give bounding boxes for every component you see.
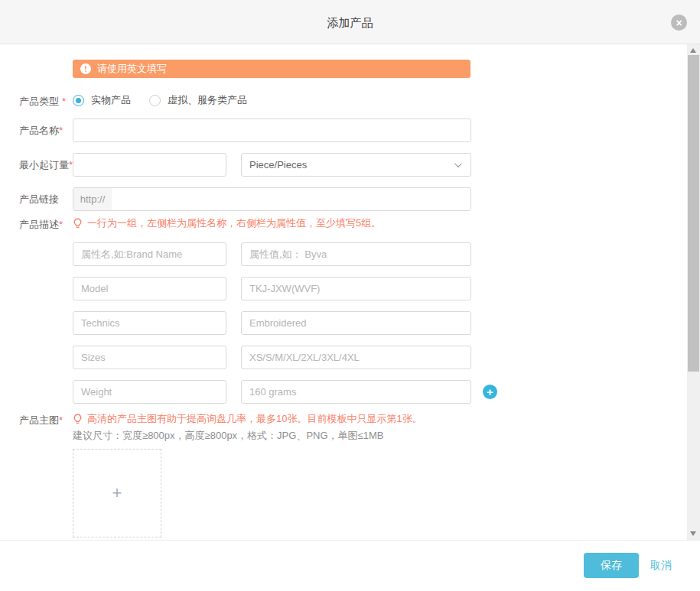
attr-name-input-4[interactable] bbox=[73, 346, 226, 369]
attr-name-input-5[interactable] bbox=[73, 380, 226, 404]
dialog-body: ! 请使用英文填写 产品类型* 实物产品 虚拟、服务类产品 产品名称* 最小起订… bbox=[0, 44, 700, 540]
save-button[interactable]: 保存 bbox=[584, 553, 639, 578]
product-link-label: 产品链接 bbox=[19, 193, 59, 206]
required-mark: * bbox=[62, 96, 66, 107]
cancel-button[interactable]: 取消 bbox=[650, 553, 672, 578]
product-link-input[interactable] bbox=[112, 188, 470, 210]
bulb-icon bbox=[73, 414, 83, 425]
add-product-dialog: 添加产品 × ! 请使用英文填写 产品类型* 实物产品 虚拟、服务类产品 bbox=[0, 0, 700, 591]
moq-unit-select[interactable]: Piece/Pieces bbox=[241, 153, 471, 177]
radio-label: 虚拟、服务类产品 bbox=[168, 93, 247, 107]
radio-virtual-product[interactable]: 虚拟、服务类产品 bbox=[149, 93, 247, 107]
description-label: 产品描述* bbox=[19, 218, 63, 232]
radio-label: 实物产品 bbox=[91, 93, 131, 107]
product-link-field: http:// bbox=[73, 187, 471, 211]
moq-unit-value: Piece/Pieces bbox=[249, 159, 307, 170]
main-image-hint: 高清的产品主图有助于提高询盘几率，最多10张。目前模板中只显示第1张。 bbox=[73, 412, 422, 426]
main-image-label: 产品主图* bbox=[19, 414, 63, 427]
scrollbar-thumb[interactable] bbox=[688, 55, 699, 372]
scroll-up-arrow-icon[interactable] bbox=[690, 48, 696, 53]
required-mark: * bbox=[59, 219, 63, 230]
upload-plus-icon: + bbox=[112, 483, 122, 503]
dialog-footer: 保存 取消 bbox=[0, 540, 700, 591]
url-prefix: http:// bbox=[73, 188, 112, 210]
attr-value-input-5[interactable] bbox=[241, 380, 471, 404]
dialog-header: 添加产品 × bbox=[0, 0, 700, 44]
radio-physical-product[interactable]: 实物产品 bbox=[73, 93, 131, 107]
scrollbar[interactable] bbox=[687, 44, 700, 540]
required-mark: * bbox=[59, 125, 63, 136]
attr-name-input-2[interactable] bbox=[73, 277, 226, 300]
attr-value-input-1[interactable] bbox=[241, 242, 471, 266]
english-only-banner: ! 请使用英文填写 bbox=[73, 60, 470, 78]
moq-label: 最小起订量* bbox=[19, 158, 73, 172]
product-type-label: 产品类型* bbox=[19, 95, 66, 109]
attr-value-input-4[interactable] bbox=[241, 346, 471, 369]
chevron-down-icon bbox=[454, 160, 462, 167]
product-type-radio-group: 实物产品 虚拟、服务类产品 bbox=[73, 93, 247, 107]
radio-icon bbox=[149, 95, 161, 106]
description-hint: 一行为一组，左侧栏为属性名称，右侧栏为属性值，至少填写5组。 bbox=[73, 216, 381, 230]
close-glyph: × bbox=[676, 18, 682, 28]
close-icon[interactable]: × bbox=[671, 15, 687, 31]
scroll-down-arrow-icon[interactable] bbox=[690, 531, 696, 536]
info-icon: ! bbox=[80, 63, 91, 74]
moq-input[interactable] bbox=[73, 153, 226, 177]
product-name-label: 产品名称* bbox=[19, 124, 63, 138]
description-hint-text: 一行为一组，左侧栏为属性名称，右侧栏为属性值，至少填写5组。 bbox=[87, 216, 381, 230]
attr-name-input-3[interactable] bbox=[73, 311, 226, 335]
banner-text: 请使用英文填写 bbox=[97, 62, 167, 76]
image-upload-box[interactable]: + bbox=[73, 449, 161, 537]
add-attribute-row-button[interactable]: + bbox=[483, 385, 497, 399]
main-image-hint-text: 高清的产品主图有助于提高询盘几率，最多10张。目前模板中只显示第1张。 bbox=[87, 412, 422, 426]
radio-icon bbox=[73, 95, 84, 106]
main-image-size-hint: 建议尺寸：宽度≥800px，高度≥800px，格式：JPG、PNG，单图≤1MB bbox=[73, 429, 383, 443]
dialog-title: 添加产品 bbox=[0, 16, 700, 31]
attr-name-input-1[interactable] bbox=[73, 242, 226, 266]
required-mark: * bbox=[59, 414, 63, 426]
bulb-icon bbox=[73, 218, 83, 229]
plus-icon: + bbox=[487, 386, 493, 398]
attr-value-input-3[interactable] bbox=[241, 311, 471, 335]
product-name-input[interactable] bbox=[73, 119, 471, 142]
attr-value-input-2[interactable] bbox=[241, 277, 471, 300]
